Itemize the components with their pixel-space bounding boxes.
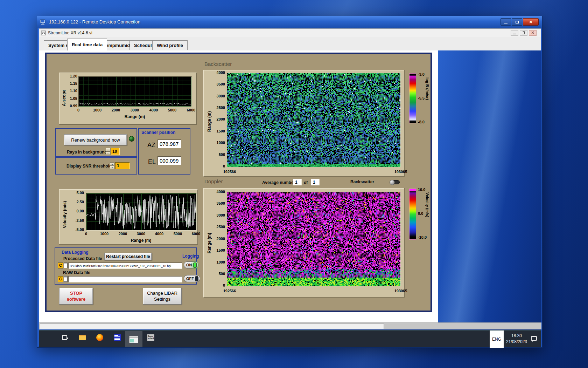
file-explorer-button[interactable] [78,333,86,342]
az-value-field[interactable]: 078.987 [158,139,181,148]
ascope-graph: A-scope 1.20 1.15 1.10 1.05 0.99 0 1000 … [59,73,197,125]
renew-background-button[interactable]: Renew background now [64,134,127,145]
doppler-colorbar-label: Velocity (m/s) [425,192,429,241]
tab-bar: System setup Real time data Temp/humidit… [39,37,541,50]
velocity-x-axis-label: Range (m) [124,238,159,243]
y-tick: 2.50 [69,200,84,204]
rays-in-background-label: Rays in background [67,150,107,155]
rdp-window-title: 192.168.0.122 - Remote Desktop Connectio… [49,19,140,25]
tab-wind-profile[interactable]: Wind profile [152,40,188,50]
doppler-title: Doppler [204,178,223,184]
labview-vi-icon [41,30,46,35]
logging-label: Logging [182,254,199,259]
y-tick: 2500 [213,225,225,229]
x-tick: 2000 [108,108,124,112]
raw-drive-button[interactable]: C [58,276,63,282]
processed-file-browse-icon[interactable] [64,263,68,268]
spinner-up-icon[interactable]: ▲ [110,162,114,166]
raw-data-file-label: RAW Data file [63,270,90,275]
background-controls-box: Renew background now Rays in background … [55,128,137,157]
processed-path-field[interactable]: C:\Lidar\Data\Proc\2023\202308\20230821\… [68,263,182,269]
y-tick: 0 [213,164,225,168]
x-tick: 4000 [152,232,167,236]
backscatter-display-toggle[interactable] [390,180,400,184]
remote-taskbar: Scan sched ENG 18:30 21/08/2023 [39,330,541,347]
metek-app-icon [114,334,121,341]
tab-real-time-data[interactable]: Real time data [67,39,107,50]
average-total-field[interactable]: 1 [311,179,320,185]
el-value-field[interactable]: 000.099 [158,156,181,165]
backscatter-x-max: 193065 [390,170,411,174]
task-view-button[interactable] [61,333,69,342]
colorbar-tick: -8.0 [418,120,425,124]
scrollbar-thumb[interactable] [40,323,384,329]
remote-desktop-icon [40,19,46,25]
y-tick: -5.00 [69,227,84,232]
doppler-x-min: 192566 [219,289,240,293]
spinner-down-icon[interactable]: ▼ [110,166,114,169]
language-indicator[interactable]: ENG [490,330,504,348]
rdp-window: 192.168.0.122 - Remote Desktop Connectio… [37,16,542,348]
doppler-heatmap [227,192,401,286]
snr-spinner[interactable]: ▲ ▼ [110,162,114,169]
x-tick: 6000 [188,232,204,236]
average-number-field[interactable]: 1 [293,179,302,185]
backscatter-colorbar-label: log B (/m/sr) [425,77,429,123]
rays-value-field[interactable]: 10 [111,148,120,155]
restore-icon [522,32,525,34]
el-label: EL [148,158,156,166]
vi-restore-button[interactable] [520,30,527,36]
stop-software-button[interactable]: STOP software [59,288,93,305]
processed-logging-toggle-on[interactable]: ON [184,261,198,268]
rays-spinner[interactable]: ▲ ▼ [106,148,110,155]
doppler-graph: Range (m) 4000 3500 3000 2500 2000 1500 … [203,188,405,298]
vi-close-button[interactable]: ✕ [529,30,537,36]
y-tick: 1.10 [66,89,77,93]
vi-minimize-button[interactable] [511,30,518,36]
raw-logging-toggle-off[interactable]: OFF [184,275,200,282]
y-tick: 2000 [213,237,225,241]
rdp-minimize-button[interactable] [500,18,511,26]
change-lidar-settings-button[interactable]: Change LiDAR Settings [143,288,182,305]
snr-value-field[interactable]: 1 [115,162,130,169]
firefox-button[interactable] [96,333,104,342]
task-view-icon [62,335,67,340]
vi-titlebar[interactable]: StreamLine XR v14-6.vi ✕ [39,29,541,37]
x-tick: 2000 [115,232,131,236]
y-tick: 4000 [213,190,225,194]
spinner-up-icon[interactable]: ▲ [106,148,110,151]
x-tick: 0 [71,108,86,112]
spinner-down-icon[interactable]: ▼ [106,151,110,155]
processed-drive-button[interactable]: C [58,263,63,268]
processed-data-file-label: Processed Data file [63,256,102,261]
desktop: 192.168.0.122 - Remote Desktop Connectio… [0,0,588,368]
notification-center-icon[interactable] [531,336,537,341]
y-tick: -2.50 [69,218,84,223]
snr-threshold-label: Display SNR threshold [66,164,112,169]
horizontal-scrollbar[interactable] [39,322,541,329]
y-tick: 3000 [213,94,225,98]
velocity-y-axis-label: Velocity (m/s) [62,197,67,228]
colorbar-tick: -5.5 [418,96,425,100]
y-tick: 3500 [213,201,225,205]
clock-tray[interactable]: 18:30 21/08/2023 [504,333,529,345]
x-tick: 1000 [97,232,112,236]
rdp-maximize-button[interactable] [512,18,522,26]
y-tick: 0.00 [69,209,84,213]
toggle-knob-icon [390,180,395,185]
backscatter-y-axis-label: Range (m) [207,104,212,132]
scan-scheduler-icon: Scan sched [147,334,154,341]
backscatter-heatmap [227,73,401,167]
remote-desktop-area: StreamLine XR v14-6.vi ✕ System setup Re… [38,28,541,346]
colorbar-tick: 0.0 [418,211,423,216]
raw-path-field[interactable] [68,276,182,282]
active-app-window-button[interactable] [125,331,142,347]
raw-file-browse-icon[interactable] [64,276,68,282]
metek-app-button[interactable] [113,333,121,342]
rdp-titlebar[interactable]: 192.168.0.122 - Remote Desktop Connectio… [37,16,542,28]
scanner-position-box: Scanner position AZ 078.987 EL 000.099 [138,128,190,175]
scan-scheduler-button[interactable]: Scan sched [147,333,155,342]
rdp-close-button[interactable]: ✕ [523,18,539,26]
restart-processed-file-button[interactable]: Restart processed file [104,253,152,260]
doppler-colorbar [409,189,416,240]
